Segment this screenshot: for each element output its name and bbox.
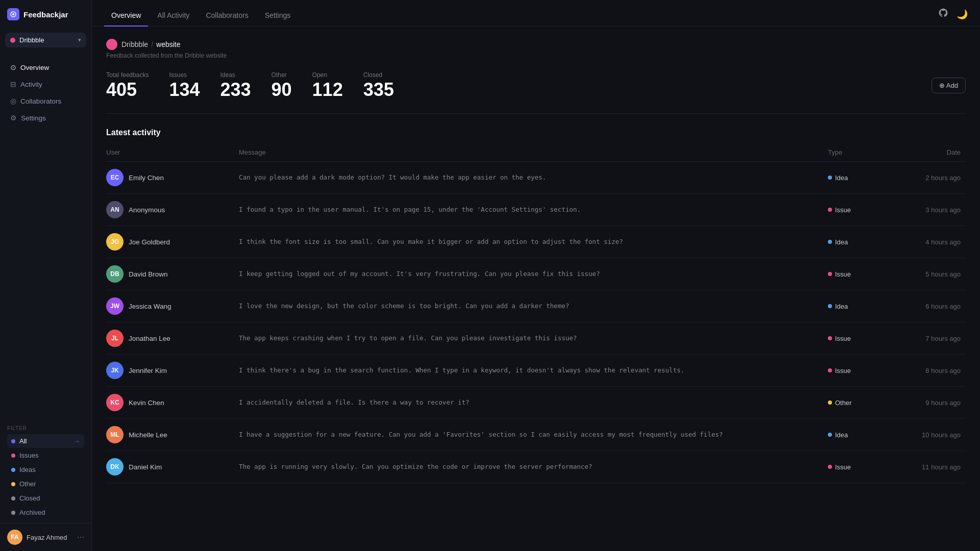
- filter-closed[interactable]: Closed: [7, 491, 84, 505]
- sidebar-user: FA Fayaz Ahmed ⋯: [0, 523, 91, 551]
- filter-ideas[interactable]: Ideas: [7, 463, 84, 477]
- filter-all[interactable]: All →: [7, 434, 84, 448]
- row-type-label: Issue: [835, 335, 851, 342]
- filter-archived-dot: [11, 511, 15, 515]
- row-user-name: Joe Goldberd: [129, 238, 170, 246]
- svg-point-1: [12, 13, 14, 15]
- row-user-name: Anonymous: [129, 206, 165, 214]
- user-cell: AN Anonymous: [106, 201, 239, 218]
- row-message: The app keeps crashing when I try to ope…: [239, 334, 828, 343]
- stat-ideas-value: 233: [220, 81, 251, 99]
- stats-row: Total feedbacks 405 Issues 134 Ideas 233…: [106, 59, 966, 114]
- stat-ideas-label: Ideas: [220, 71, 251, 79]
- row-type-label: Idea: [835, 303, 848, 310]
- sidebar-item-settings[interactable]: ⚙ Settings: [3, 110, 88, 126]
- stat-issues-value: 134: [169, 81, 200, 99]
- table-row[interactable]: JK Jennifer Kim I think there's a bug in…: [106, 355, 966, 387]
- type-dot: [828, 272, 832, 276]
- type-dot: [828, 336, 832, 340]
- tab-collaborators[interactable]: Collaborators: [199, 7, 255, 27]
- nav-tabs: Overview All Activity Collaborators Sett…: [104, 7, 298, 26]
- stat-other: Other 90: [272, 71, 292, 99]
- row-message: Can you please add a dark mode option? I…: [239, 173, 828, 182]
- table-row[interactable]: JL Jonathan Lee The app keeps crashing w…: [106, 322, 966, 355]
- github-icon[interactable]: [938, 8, 948, 20]
- sidebar-item-collaborators-label: Collaborators: [20, 97, 61, 105]
- filter-other[interactable]: Other: [7, 477, 84, 491]
- add-button[interactable]: ⊕ Add: [932, 78, 966, 93]
- theme-toggle-icon[interactable]: 🌙: [957, 9, 968, 20]
- sidebar-item-overview[interactable]: ⊙ Overview: [3, 59, 88, 76]
- filter-all-label: All: [19, 437, 27, 445]
- row-avatar: JW: [106, 297, 124, 315]
- user-menu-icon[interactable]: ⋯: [77, 533, 84, 541]
- row-avatar: KC: [106, 394, 124, 411]
- type-dot: [828, 240, 832, 244]
- sidebar-item-collaborators[interactable]: ◎ Collaborators: [3, 93, 88, 109]
- row-type-label: Issue: [835, 367, 851, 374]
- row-date: 7 hours ago: [899, 335, 966, 342]
- col-date: Date: [899, 148, 966, 156]
- activity-table: EC Emily Chen Can you please add a dark …: [106, 162, 966, 483]
- filter-label: FILTER: [7, 425, 84, 431]
- table-row[interactable]: JW Jessica Wang I love the new design, b…: [106, 290, 966, 322]
- stat-open: Open 112: [312, 71, 343, 99]
- settings-icon: ⚙: [10, 114, 17, 122]
- row-message: The app is running very slowly. Can you …: [239, 462, 828, 471]
- filter-ideas-dot: [11, 468, 15, 472]
- row-user-name: Jonathan Lee: [129, 335, 170, 342]
- stat-closed-label: Closed: [363, 71, 394, 79]
- table-row[interactable]: DK Daniel Kim The app is running very sl…: [106, 451, 966, 483]
- filter-closed-label: Closed: [19, 494, 40, 502]
- col-message: Message: [239, 148, 828, 156]
- filter-archived-label: Archived: [19, 509, 45, 516]
- row-type-cell: Idea: [828, 174, 899, 182]
- row-avatar: JG: [106, 233, 124, 251]
- row-type-cell: Issue: [828, 335, 899, 342]
- filter-closed-dot: [11, 496, 15, 500]
- filter-ideas-label: Ideas: [19, 466, 36, 473]
- row-type-cell: Other: [828, 399, 899, 407]
- table-row[interactable]: EC Emily Chen Can you please add a dark …: [106, 162, 966, 194]
- type-dot: [828, 176, 832, 180]
- tab-overview[interactable]: Overview: [104, 7, 148, 27]
- row-avatar: EC: [106, 169, 124, 186]
- app-logo: Feedbackjar: [0, 0, 91, 29]
- row-type-label: Idea: [835, 238, 848, 246]
- stat-open-value: 112: [312, 81, 343, 99]
- sidebar: Feedbackjar Dribbble ▾ ⊙ Overview ⊟ Acti…: [0, 0, 92, 551]
- table-row[interactable]: DB David Brown I keep getting logged out…: [106, 258, 966, 290]
- row-type-cell: Issue: [828, 463, 899, 471]
- table-row[interactable]: AN Anonymous I found a typo in the user …: [106, 194, 966, 226]
- user-name: Fayaz Ahmed: [27, 534, 73, 541]
- stat-issues-label: Issues: [169, 71, 200, 79]
- filter-archived[interactable]: Archived: [7, 506, 84, 519]
- table-row[interactable]: ML Michelle Lee I have a suggestion for …: [106, 419, 966, 451]
- row-date: 5 hours ago: [899, 270, 966, 278]
- breadcrumb-separator: /: [151, 40, 153, 48]
- col-user: User: [106, 148, 239, 156]
- tab-all-activity[interactable]: All Activity: [150, 7, 197, 27]
- row-type-label: Idea: [835, 174, 848, 182]
- table-row[interactable]: KC Kevin Chen I accidentally deleted a f…: [106, 387, 966, 419]
- user-cell: DB David Brown: [106, 265, 239, 283]
- table-row[interactable]: JG Joe Goldberd I think the font size is…: [106, 226, 966, 258]
- type-dot: [828, 400, 832, 405]
- row-avatar: DB: [106, 265, 124, 283]
- row-date: 6 hours ago: [899, 303, 966, 310]
- tab-settings[interactable]: Settings: [258, 7, 298, 27]
- filter-arrow-icon: →: [74, 438, 80, 445]
- user-cell: EC Emily Chen: [106, 169, 239, 186]
- sidebar-item-activity[interactable]: ⊟ Activity: [3, 76, 88, 92]
- activity-icon: ⊟: [10, 80, 16, 88]
- project-selector[interactable]: Dribbble ▾: [5, 33, 86, 47]
- row-type-cell: Idea: [828, 303, 899, 310]
- row-avatar: AN: [106, 201, 124, 218]
- row-message: I think the font size is too small. Can …: [239, 237, 828, 246]
- filter-issues[interactable]: Issues: [7, 448, 84, 462]
- type-dot: [828, 368, 832, 372]
- row-type-cell: Issue: [828, 367, 899, 374]
- breadcrumb-page: website: [156, 40, 180, 48]
- user-cell: JL Jonathan Lee: [106, 330, 239, 347]
- stat-ideas: Ideas 233: [220, 71, 251, 99]
